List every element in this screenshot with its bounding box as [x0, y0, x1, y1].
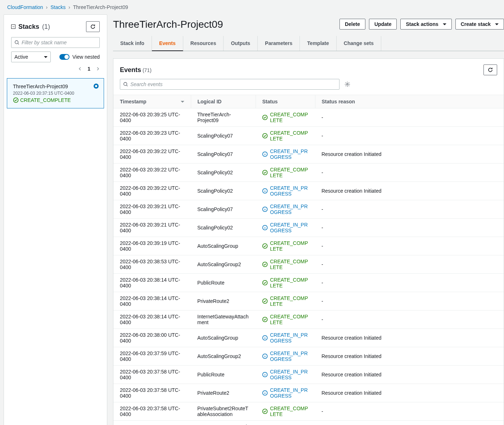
table-row: 2022-06-03 20:39:21 UTC-0400ScalingPolic…	[113, 219, 504, 237]
status-text: CREATE_IN_PROGRESS	[270, 369, 309, 380]
stack-filter-input[interactable]	[22, 40, 96, 45]
cell-logical-id: PrivateSubnet2RouteTableAssociation	[191, 402, 256, 421]
col-timestamp[interactable]: Timestamp	[113, 95, 191, 108]
tab-parameters[interactable]: Parameters	[258, 36, 300, 51]
cell-timestamp: 2022-06-03 20:38:53 UTC-0400	[113, 255, 191, 274]
tab-events[interactable]: Events	[152, 36, 183, 51]
table-row: 2022-06-03 20:38:00 UTC-0400AutoScalingG…	[113, 329, 504, 347]
check-circle-icon	[262, 317, 268, 322]
chevron-right-icon: ›	[46, 4, 48, 10]
stack-status-select[interactable]: Active	[11, 52, 51, 62]
cell-status: CREATE_COMPLETE	[256, 237, 315, 255]
status-text: CREATE_COMPLETE	[270, 130, 309, 142]
cell-timestamp: 2022-06-03 20:38:14 UTC-0400	[113, 292, 191, 310]
cell-timestamp: 2022-06-03 20:39:21 UTC-0400	[113, 200, 191, 219]
collapse-icon[interactable]: −	[11, 24, 15, 29]
cell-logical-id: ThreeTierArch-Project09	[191, 108, 256, 127]
cell-logical-id: AutoScalingGroup2	[191, 255, 256, 274]
refresh-icon	[90, 24, 96, 30]
caret-down-icon	[495, 23, 499, 25]
events-table: Timestamp Logical ID Status Status reaso…	[113, 95, 504, 425]
radio-selected-icon	[94, 84, 99, 89]
cell-status: CREATE_IN_PROGRESS	[256, 384, 315, 402]
sidebar-count: (1)	[42, 23, 50, 31]
table-row: 2022-06-03 20:38:14 UTC-0400InternetGate…	[113, 310, 504, 329]
stack-actions-button[interactable]: Stack actions	[400, 19, 451, 30]
refresh-events-button[interactable]	[483, 64, 497, 75]
table-row: 2022-06-03 20:37:59 UTC-0400AutoScalingG…	[113, 347, 504, 366]
cell-timestamp: 2022-06-03 20:39:21 UTC-0400	[113, 219, 191, 237]
tab-outputs[interactable]: Outputs	[224, 36, 258, 51]
cell-timestamp: 2022-06-03 20:39:25 UTC-0400	[113, 108, 191, 127]
svg-point-2	[124, 82, 127, 86]
cell-status-reason: -	[315, 255, 504, 274]
col-status-reason[interactable]: Status reason	[315, 95, 504, 108]
info-circle-icon	[262, 353, 268, 359]
page-title: ThreeTierArch-Project09	[113, 19, 223, 30]
chevron-right-icon: ›	[68, 4, 70, 10]
breadcrumb-stacks[interactable]: Stacks	[50, 4, 66, 10]
stacks-sidebar: − Stacks (1) Active	[4, 14, 107, 425]
caret-down-icon	[44, 56, 48, 58]
events-title: Events	[120, 66, 141, 73]
cell-status-reason: -	[315, 108, 504, 127]
cell-timestamp: 2022-06-03 20:39:22 UTC-0400	[113, 145, 191, 164]
check-circle-icon	[262, 243, 268, 249]
status-text: CREATE_COMPLETE	[270, 314, 309, 325]
table-row: 2022-06-03 20:39:23 UTC-0400ScalingPolic…	[113, 127, 504, 145]
cell-status-reason: -	[315, 274, 504, 292]
update-button[interactable]: Update	[369, 19, 397, 30]
cell-timestamp: 2022-06-03 20:38:00 UTC-0400	[113, 329, 191, 347]
cell-status-reason: -	[315, 164, 504, 182]
status-text: CREATE_IN_PROGRESS	[270, 350, 309, 362]
info-circle-icon	[262, 206, 268, 212]
breadcrumb-current: ThreeTierArch-Project09	[73, 4, 128, 10]
chevron-left-icon[interactable]	[78, 67, 82, 71]
tab-stack-info[interactable]: Stack info	[113, 36, 152, 51]
cell-status: CREATE_COMPLETE	[256, 402, 315, 421]
stack-list-item[interactable]: ThreeTierArch-Project09 2022-06-03 20:37…	[7, 78, 104, 108]
cell-timestamp: 2022-06-03 20:37:59 UTC-0400	[113, 347, 191, 366]
cell-timestamp: 2022-06-03 20:39:22 UTC-0400	[113, 182, 191, 200]
stack-item-status: CREATE_COMPLETE	[20, 97, 71, 103]
events-search-wrap[interactable]	[120, 79, 339, 90]
cell-timestamp: 2022-06-03 20:37:58 UTC-0400	[113, 366, 191, 384]
info-circle-icon	[262, 390, 268, 396]
tab-template[interactable]: Template	[300, 36, 336, 51]
col-logical-id[interactable]: Logical ID	[191, 95, 256, 108]
status-text: CREATE_IN_PROGRESS	[270, 332, 309, 344]
cell-logical-id: ScalingPolicy07	[191, 145, 256, 164]
gear-icon[interactable]	[345, 81, 350, 87]
cell-status-reason: -	[315, 402, 504, 421]
table-row: 2022-06-03 20:37:58 UTC-0400PrivateSubne…	[113, 402, 504, 421]
tabs: Stack info Events Resources Outputs Para…	[113, 36, 504, 51]
search-icon	[123, 82, 128, 87]
cell-status: CREATE_COMPLETE	[256, 127, 315, 145]
events-search-input[interactable]	[130, 81, 336, 87]
table-row: 2022-06-03 20:39:22 UTC-0400ScalingPolic…	[113, 145, 504, 164]
create-stack-button[interactable]: Create stack	[455, 19, 504, 30]
view-nested-toggle[interactable]	[59, 54, 69, 60]
info-circle-icon	[262, 225, 268, 231]
chevron-right-icon[interactable]	[96, 67, 100, 71]
table-row: 2022-06-03 20:39:25 UTC-0400ThreeTierArc…	[113, 108, 504, 127]
view-nested-label: View nested	[72, 54, 100, 60]
table-row: 2022-06-03 20:39:21 UTC-0400ScalingPolic…	[113, 200, 504, 219]
col-status[interactable]: Status	[256, 95, 315, 108]
cell-logical-id: PublicRoute	[191, 366, 256, 384]
table-row: 2022-06-03 20:37:58 UTC-0400InternetGate…	[113, 421, 504, 425]
breadcrumb-root[interactable]: CloudFormation	[7, 4, 43, 10]
info-circle-icon	[262, 335, 268, 341]
cell-logical-id: PrivateRoute2	[191, 384, 256, 402]
cell-status: CREATE_IN_PROGRESS	[256, 347, 315, 366]
stack-filter-input-wrap[interactable]	[11, 37, 100, 48]
tab-resources[interactable]: Resources	[183, 36, 224, 51]
cell-status: CREATE_IN_PROGRESS	[256, 182, 315, 200]
table-row: 2022-06-03 20:37:58 UTC-0400PrivateRoute…	[113, 384, 504, 402]
refresh-icon	[487, 67, 493, 73]
delete-button[interactable]: Delete	[339, 19, 365, 30]
refresh-stacks-button[interactable]	[86, 21, 100, 32]
tab-change-sets[interactable]: Change sets	[337, 36, 381, 51]
main-content: ThreeTierArch-Project09 Delete Update St…	[113, 14, 504, 425]
cell-logical-id: AutoScalingGroup2	[191, 347, 256, 366]
